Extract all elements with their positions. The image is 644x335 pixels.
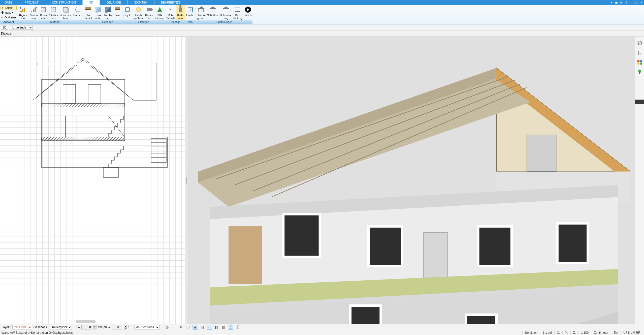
status-y: Y: bbox=[562, 331, 570, 334]
ribbon-group-einstellungen: Einstellungen bbox=[196, 20, 253, 24]
svg-rect-28 bbox=[229, 226, 262, 284]
maximize-button[interactable]: □ bbox=[634, 0, 639, 5]
bearbeiten-button[interactable]: Bear- beiten bbox=[39, 5, 48, 20]
darstellen-label: Dar- stellen bbox=[94, 14, 102, 20]
phi-input[interactable] bbox=[112, 325, 122, 329]
menu-tab-sichten[interactable]: SICHTEN bbox=[128, 0, 154, 5]
schatten-label: Schatten bbox=[207, 14, 218, 17]
hinpinsel-button[interactable]: Hin. Pinsel bbox=[83, 5, 93, 20]
kamera-label: Kame- ra bbox=[145, 14, 153, 20]
window-icon[interactable]: ▭ bbox=[171, 325, 177, 330]
kollision-label: Kolli- sion bbox=[177, 14, 183, 20]
abgreifen-button[interactable]: Abgrei- fen bbox=[17, 5, 28, 20]
layers-icon[interactable] bbox=[637, 40, 643, 46]
workspace bbox=[0, 37, 644, 324]
skalieren-button[interactable]: Skalie- ren bbox=[48, 5, 59, 20]
kamera-button[interactable]: Kame- ra bbox=[144, 5, 154, 20]
schnitt3d-button[interactable]: ✂3D- Schnitt bbox=[165, 5, 176, 20]
house-3d-render bbox=[192, 44, 630, 324]
minimize-button[interactable]: – bbox=[629, 0, 634, 5]
palette-icon[interactable] bbox=[637, 59, 643, 65]
darstellung-button[interactable]: Dar- stellung bbox=[232, 5, 244, 20]
ribbon-group-sonstige: Sonstige bbox=[165, 20, 185, 24]
hinpinsel-label: Hin. Pinsel bbox=[84, 14, 92, 20]
schatten-icon bbox=[209, 6, 216, 13]
l-spinner[interactable]: ▲▼ bbox=[93, 325, 96, 329]
house-section-drawing bbox=[33, 55, 169, 181]
3d-view[interactable] bbox=[187, 37, 635, 324]
mark-tool[interactable]: ⦿ Mark. ▾ bbox=[1, 10, 17, 15]
objekt-button[interactable]: Objekt bbox=[122, 5, 133, 20]
lichtquelle-button[interactable]: Licht- quelle ▾ bbox=[133, 5, 144, 20]
view-splitter[interactable] bbox=[185, 37, 187, 324]
status-left: Wand AW-Bestand L=Konstruktion G=Dachges… bbox=[2, 331, 75, 334]
svg-rect-37 bbox=[466, 315, 496, 324]
menu-tab-gelaende[interactable]: GELÄNDE bbox=[100, 0, 127, 5]
dl-select[interactable]: dl (Richtung/Di bbox=[134, 325, 159, 329]
chair-icon[interactable] bbox=[637, 50, 643, 56]
beleuchtung-button[interactable]: Beleuch- tung bbox=[219, 5, 232, 20]
group-icon[interactable]: ⧉ bbox=[178, 325, 184, 330]
darstellung-label: Dar- stellung bbox=[233, 14, 243, 20]
status-scale: 1:100 bbox=[578, 331, 591, 334]
svg-rect-51 bbox=[639, 72, 640, 74]
select-tool[interactable]: ➤ Selekt bbox=[1, 6, 17, 10]
toolbar-icon-2[interactable]: ▣ bbox=[614, 0, 619, 5]
flaeche-button[interactable]: iFläche bbox=[185, 5, 196, 20]
cube-icon[interactable]: ◧ bbox=[214, 325, 219, 330]
phi-spinner[interactable]: ▲▼ bbox=[124, 325, 127, 329]
schatten-button[interactable]: Schatten bbox=[206, 5, 219, 20]
plane-icon[interactable]: ▱ bbox=[207, 325, 212, 330]
l-input[interactable] bbox=[81, 325, 92, 329]
geschoss-label: Geschoss : bbox=[34, 325, 49, 329]
pinsel-label: Pinsel bbox=[114, 14, 121, 17]
mark-icon: ⦿ bbox=[1, 11, 4, 14]
kollision-button[interactable]: Kolli- sion bbox=[176, 5, 185, 20]
toolbar-icon-1[interactable]: ✖ bbox=[609, 0, 614, 5]
rechnen-button[interactable]: Rech- nen bbox=[103, 5, 113, 20]
mode-3d-label[interactable]: 3D bbox=[1, 25, 8, 30]
tree-icon[interactable] bbox=[637, 69, 643, 75]
verschieben-button[interactable]: Verschie- ben bbox=[59, 5, 72, 20]
video-icon bbox=[244, 6, 251, 13]
menu-tab-konstruktion[interactable]: KONSTRUKTION bbox=[45, 0, 83, 5]
2d-section-view[interactable] bbox=[0, 37, 185, 324]
options-tool[interactable]: + Optionen bbox=[1, 15, 17, 19]
copy-icon[interactable]: ❐ bbox=[185, 325, 191, 330]
toolbar-icon-3[interactable]: ⚙ bbox=[619, 0, 624, 5]
video-button[interactable]: Video bbox=[243, 5, 252, 20]
2d-scrollbar[interactable] bbox=[76, 320, 96, 323]
diamond-icon[interactable]: ◆ bbox=[192, 325, 198, 330]
menu-tab-datei[interactable]: DATEI bbox=[0, 0, 18, 5]
bitmap3d-button[interactable]: 3D- Bitmap bbox=[154, 5, 165, 20]
menu-tab-projekt[interactable]: PROJEKT bbox=[18, 0, 45, 5]
drehen-button[interactable]: Drehen bbox=[72, 5, 83, 20]
grid-icon[interactable]: ▦ bbox=[221, 325, 226, 330]
pinsel-button[interactable]: Pinsel bbox=[113, 5, 122, 20]
hintergrund-button[interactable]: Hinter- grund bbox=[196, 5, 206, 20]
svg-rect-2 bbox=[42, 79, 125, 107]
verschieben-label: Verschie- ben bbox=[60, 14, 71, 20]
geschoss-select[interactable]: Kellergesch bbox=[50, 325, 72, 329]
skalieren-icon bbox=[50, 6, 57, 13]
stack-icon[interactable]: ▤ bbox=[200, 325, 205, 330]
zuweisen-button[interactable]: Zuwei- sen bbox=[28, 5, 39, 20]
bearbeiten-icon bbox=[40, 6, 47, 13]
svg-line-21 bbox=[235, 80, 515, 185]
side-drawer-handle[interactable] bbox=[635, 100, 644, 104]
svg-rect-36 bbox=[350, 306, 381, 324]
clock-icon[interactable]: ◷ bbox=[164, 325, 170, 330]
north-icon[interactable]: Ⓝ bbox=[228, 325, 233, 330]
darstellen-icon bbox=[95, 6, 102, 13]
terrain-select[interactable]: Urgelände bbox=[10, 25, 33, 30]
info-icon[interactable]: ⓘ bbox=[235, 325, 240, 330]
svg-line-22 bbox=[253, 84, 521, 191]
menu-tab-3d[interactable]: 3D bbox=[83, 0, 100, 5]
close-button[interactable]: × bbox=[639, 0, 644, 5]
svg-rect-30 bbox=[369, 226, 402, 266]
plus-icon: + bbox=[1, 16, 4, 19]
help-icon[interactable]: ? bbox=[624, 0, 629, 5]
menu-tab-bearbeiten[interactable]: BEARBEITEN bbox=[154, 0, 187, 5]
darstellen-button[interactable]: Dar- stellen bbox=[93, 5, 103, 20]
layer-select[interactable]: 2D Einricht bbox=[12, 325, 32, 329]
